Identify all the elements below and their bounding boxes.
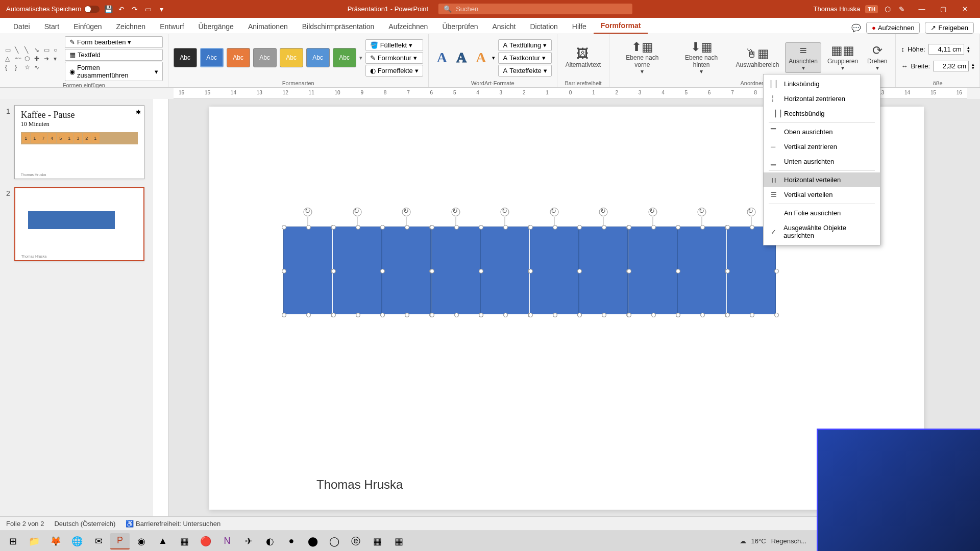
resize-handle[interactable] <box>750 225 754 230</box>
resize-handle[interactable] <box>405 313 409 317</box>
wordart-more-icon[interactable]: ▾ <box>492 55 495 61</box>
resize-handle[interactable] <box>282 313 286 317</box>
resize-handle[interactable] <box>577 225 582 230</box>
resize-handle[interactable] <box>602 225 606 230</box>
resize-handle[interactable] <box>651 313 656 317</box>
resize-handle[interactable] <box>405 225 409 230</box>
task-app-4-icon[interactable]: ◐ <box>260 533 280 549</box>
tray-weather-text[interactable]: Regensch... <box>771 537 806 545</box>
tab-ansicht[interactable]: Ansicht <box>485 19 523 34</box>
task-obs-icon[interactable]: ⬤ <box>303 533 323 549</box>
tray-weather-icon[interactable]: ☁ <box>740 537 746 545</box>
resize-handle[interactable] <box>430 225 434 230</box>
resize-handle[interactable] <box>774 269 779 273</box>
task-app-1-icon[interactable]: ◉ <box>132 533 151 549</box>
status-slide-count[interactable]: Folie 2 von 2 <box>6 520 44 528</box>
shape-rect2-icon[interactable]: ▭ <box>44 46 52 54</box>
search-input[interactable] <box>456 5 627 13</box>
tab-uebergaenge[interactable]: Übergänge <box>191 19 241 34</box>
resize-handle[interactable] <box>430 269 434 273</box>
wordart-style-3[interactable]: A <box>473 49 489 66</box>
task-app-5-icon[interactable]: ● <box>282 533 301 549</box>
resize-handle[interactable] <box>331 269 336 273</box>
task-app-8-icon[interactable]: ▦ <box>389 533 408 549</box>
resize-handle[interactable] <box>676 313 680 317</box>
shape-line2-icon[interactable]: ╲ <box>24 46 33 54</box>
rotate-handle[interactable] <box>501 208 509 216</box>
menu-linksbuendig[interactable]: ▏▏Linksbündig <box>764 77 880 91</box>
user-name[interactable]: Thomas Hruska <box>814 5 861 13</box>
textfeld-button[interactable]: ▦ Textfeld <box>65 49 163 61</box>
selected-rectangle[interactable] <box>579 227 628 314</box>
menu-vertikal-zentrieren[interactable]: ─Vertikal zentrieren <box>764 139 880 154</box>
selected-rectangle[interactable] <box>480 227 529 314</box>
resize-handle[interactable] <box>725 225 730 230</box>
resize-handle[interactable] <box>676 225 680 230</box>
resize-handle[interactable] <box>430 313 434 317</box>
style-swatch-5[interactable]: Abc <box>280 48 303 67</box>
tab-bildschirmpraesentation[interactable]: Bildschirmpräsentation <box>295 19 382 34</box>
task-app-6-icon[interactable]: ◯ <box>325 533 344 549</box>
autosave-toggle[interactable]: Automatisches Speichern <box>6 5 100 13</box>
shape-brace-icon[interactable]: { <box>5 64 13 71</box>
pen-icon[interactable]: ✎ <box>897 5 906 14</box>
status-language[interactable]: Deutsch (Österreich) <box>54 520 115 528</box>
task-telegram-icon[interactable]: ✈ <box>239 533 258 549</box>
resize-handle[interactable] <box>725 269 730 273</box>
slide-thumbnail-1[interactable]: Kaffee - Pause 10 Minuten 117451321 Thom… <box>14 105 144 179</box>
style-swatch-2[interactable]: Abc <box>200 48 224 67</box>
tab-animationen[interactable]: Animationen <box>241 19 295 34</box>
resize-handle[interactable] <box>700 313 705 317</box>
resize-handle[interactable] <box>380 313 385 317</box>
shape-arr3-icon[interactable]: ➜ <box>44 55 52 62</box>
task-powerpoint-icon[interactable]: P <box>110 533 130 549</box>
coming-soon-icon[interactable]: ⬡ <box>883 5 892 14</box>
ausrichten-button[interactable]: ≡Ausrichten ▾ <box>785 42 821 73</box>
resize-handle[interactable] <box>503 313 508 317</box>
task-onenote-icon[interactable]: N <box>217 533 237 549</box>
selected-rectangle[interactable] <box>283 227 332 314</box>
resize-handle[interactable] <box>627 269 631 273</box>
style-swatch-3[interactable]: Abc <box>227 48 250 67</box>
tray-temp[interactable]: 16°C <box>751 537 766 545</box>
tab-dictation[interactable]: Dictation <box>523 19 565 34</box>
resize-handle[interactable] <box>503 225 508 230</box>
menu-vertikal-verteilen[interactable]: ☰Vertikal verteilen <box>764 187 880 202</box>
shape-more-icon[interactable]: ▾ <box>54 55 62 62</box>
resize-handle[interactable] <box>676 269 680 273</box>
comments-icon[interactable]: 💬 <box>851 23 861 33</box>
shape-brace2-icon[interactable]: } <box>15 64 23 71</box>
task-explorer-icon[interactable]: 📁 <box>24 533 44 549</box>
spinner-icon[interactable]: ▴▾ <box>967 46 970 53</box>
resize-handle[interactable] <box>700 225 705 230</box>
task-vlc-icon[interactable]: ▲ <box>153 533 173 549</box>
wordart-style-2[interactable]: A <box>453 49 470 66</box>
tab-start[interactable]: Start <box>37 19 67 34</box>
shape-hex-icon[interactable]: ⬡ <box>24 55 33 62</box>
resize-handle[interactable] <box>577 269 582 273</box>
style-swatch-1[interactable]: Abc <box>174 48 197 67</box>
shape-curve-icon[interactable]: ∿ <box>34 64 42 71</box>
task-outlook-icon[interactable]: ✉ <box>89 533 108 549</box>
shape-arrow-icon[interactable]: ↘ <box>34 46 42 54</box>
save-icon[interactable]: 💾 <box>104 5 113 14</box>
resize-handle[interactable] <box>627 313 631 317</box>
task-app-2-icon[interactable]: ▦ <box>175 533 194 549</box>
resize-handle[interactable] <box>774 313 779 317</box>
rotate-handle[interactable] <box>451 208 460 216</box>
selected-shapes-group[interactable] <box>283 227 776 314</box>
search-box[interactable]: 🔍 <box>438 4 632 14</box>
resize-handle[interactable] <box>577 313 582 317</box>
formen-zusammenfuehren-button[interactable]: ◉ Formen zusammenführen ▾ <box>65 62 163 81</box>
menu-ausgewaehlte-objekte[interactable]: ✓Ausgewählte Objekte ausrichten <box>764 220 880 243</box>
resize-handle[interactable] <box>528 225 533 230</box>
task-app-3-icon[interactable]: 🔴 <box>196 533 215 549</box>
menu-horizontal-zentrieren[interactable]: ╎Horizontal zentrieren <box>764 91 880 106</box>
aufzeichnen-button[interactable]: ●Aufzeichnen <box>866 22 920 34</box>
undo-icon[interactable]: ↶ <box>117 5 126 14</box>
tab-ueberpruefen[interactable]: Überprüfen <box>435 19 485 34</box>
resize-handle[interactable] <box>356 225 360 230</box>
tab-entwurf[interactable]: Entwurf <box>153 19 191 34</box>
ebene-hinten-button[interactable]: ⬇▦Ebene nach hinten ▾ <box>673 39 730 76</box>
resize-handle[interactable] <box>380 225 385 230</box>
